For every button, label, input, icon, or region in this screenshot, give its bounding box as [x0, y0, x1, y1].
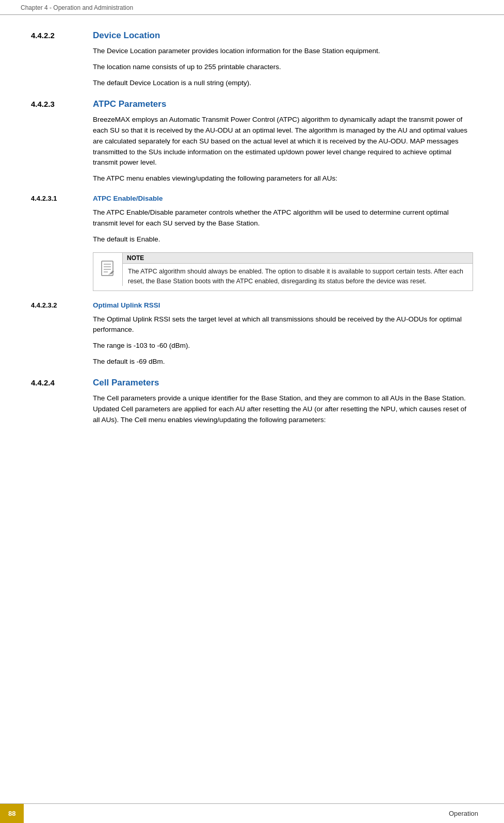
section-4423-para1: The ATPC menu enables viewing/updating t… — [93, 173, 473, 184]
section-title-44231: ATPC Enable/Disable — [93, 195, 163, 202]
page-header: Chapter 4 - Operation and Administration — [0, 0, 504, 15]
note-icon-area — [93, 253, 123, 286]
section-44232-para1: The range is -103 to -60 (dBm). — [93, 341, 473, 351]
section-heading-4423: 4.4.2.3 ATPC Parameters — [31, 99, 473, 109]
section-heading-44231: 4.4.2.3.1 ATPC Enable/Disable — [31, 195, 473, 202]
footer-label: Operation — [449, 810, 504, 817]
section-num-44232: 4.4.2.3.2 — [31, 301, 93, 309]
note-text: The ATPC algorithm should always be enab… — [123, 264, 473, 291]
svg-marker-5 — [110, 270, 114, 275]
section-44232-para0: The Optimal Uplink RSSI sets the target … — [93, 314, 473, 336]
section-num-4424: 4.4.2.4 — [31, 378, 93, 387]
section-4423-para0: BreezeMAX employs an Automatic Transmit … — [93, 115, 473, 169]
section-num-44231: 4.4.2.3.1 — [31, 195, 93, 202]
note-right: NOTE The ATPC algorithm should always be… — [123, 253, 473, 291]
section-44231: 4.4.2.3.1 ATPC Enable/Disable The ATPC E… — [31, 195, 473, 291]
section-num-4423: 4.4.2.3 — [31, 100, 93, 108]
note-label: NOTE — [123, 253, 473, 264]
page-footer: 88 Operation — [0, 803, 504, 823]
note-box-44231: NOTE The ATPC algorithm should always be… — [93, 252, 473, 291]
section-4422: 4.4.2.2 Device Location The Device Locat… — [31, 30, 473, 89]
note-icon — [100, 260, 116, 279]
section-44232-para2: The default is -69 dBm. — [93, 357, 473, 367]
page-content: 4.4.2.2 Device Location The Device Locat… — [0, 15, 504, 466]
section-num-4422: 4.4.2.2 — [31, 31, 93, 40]
section-4422-para2: The default Device Location is a null st… — [93, 78, 473, 89]
section-heading-4422: 4.4.2.2 Device Location — [31, 30, 473, 41]
section-heading-44232: 4.4.2.3.2 Optimal Uplink RSSI — [31, 301, 473, 309]
section-heading-4424: 4.4.2.4 Cell Parameters — [31, 378, 473, 388]
section-title-4424: Cell Parameters — [93, 378, 159, 388]
footer-page-number: 88 — [0, 804, 24, 824]
section-title-44232: Optimal Uplink RSSI — [93, 301, 160, 309]
section-title-4423: ATPC Parameters — [93, 99, 166, 109]
section-4422-para1: The location name consists of up to 255 … — [93, 62, 473, 73]
section-4424-para0: The Cell parameters provide a unique ide… — [93, 393, 473, 426]
section-44231-para1: The default is Enable. — [93, 234, 473, 245]
section-44231-para0: The ATPC Enable/Disable parameter contro… — [93, 207, 473, 229]
section-4422-para0: The Device Location parameter provides l… — [93, 46, 473, 57]
section-title-4422: Device Location — [93, 30, 160, 41]
svg-line-6 — [109, 273, 110, 275]
section-4423: 4.4.2.3 ATPC Parameters BreezeMAX employ… — [31, 99, 473, 185]
section-4424: 4.4.2.4 Cell Parameters The Cell paramet… — [31, 378, 473, 426]
section-44232: 4.4.2.3.2 Optimal Uplink RSSI The Optima… — [31, 301, 473, 368]
